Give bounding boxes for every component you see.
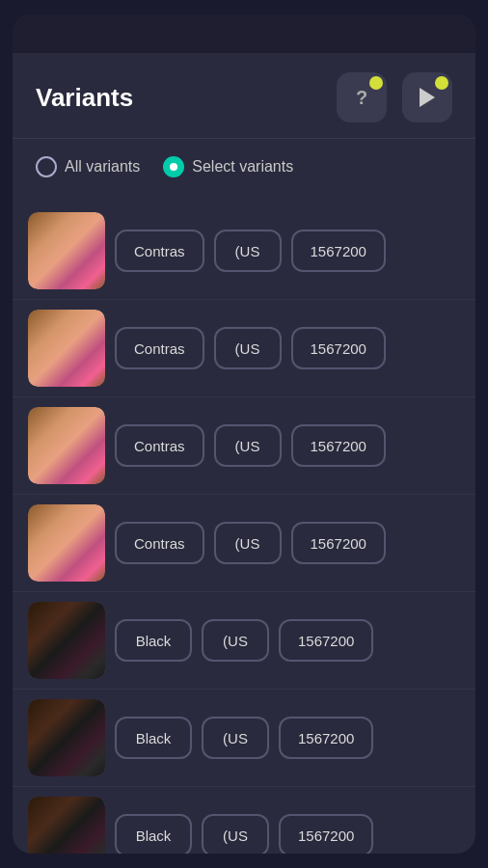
help-button[interactable]: ? <box>337 72 387 122</box>
variant-image <box>28 310 105 387</box>
radio-select-circle <box>163 156 184 177</box>
radio-all-variants[interactable]: All variants <box>36 156 140 177</box>
variant-image <box>28 407 105 484</box>
variant-image-placeholder <box>28 212 105 289</box>
variant-color-tag[interactable]: Contras <box>115 327 204 369</box>
variant-image-placeholder <box>28 504 105 582</box>
radio-section: All variants Select variants <box>13 139 475 195</box>
variant-color-tag[interactable]: Black <box>115 814 192 854</box>
header: Variants ? <box>13 53 475 139</box>
radio-select-variants[interactable]: Select variants <box>163 156 293 177</box>
app-container: Variants ? All variants Select variants … <box>13 14 475 854</box>
variant-image <box>28 504 105 582</box>
table-row: Contras(US1567200 <box>13 397 475 495</box>
variant-sku-tag[interactable]: 1567200 <box>279 619 373 662</box>
variant-color-tag[interactable]: Contras <box>115 424 204 467</box>
variant-sku-tag[interactable]: 1567200 <box>279 717 373 759</box>
play-button[interactable] <box>402 72 452 122</box>
variant-image <box>28 797 105 854</box>
variant-size-tag[interactable]: (US <box>214 522 282 564</box>
variant-image-placeholder <box>28 797 105 854</box>
table-row: Black(US1567200 <box>13 592 475 690</box>
radio-all-circle <box>36 156 57 177</box>
variant-size-tag[interactable]: (US <box>202 619 269 662</box>
radio-select-label: Select variants <box>192 158 293 176</box>
table-row: Contras(US1567200 <box>13 203 475 300</box>
variant-color-tag[interactable]: Contras <box>115 230 204 272</box>
variant-image-placeholder <box>28 699 105 776</box>
play-icon <box>420 88 435 107</box>
radio-all-label: All variants <box>65 158 140 176</box>
variant-image-placeholder <box>28 407 105 484</box>
variant-image <box>28 212 105 289</box>
variant-sku-tag[interactable]: 1567200 <box>291 522 386 564</box>
help-dot <box>369 76 383 90</box>
variant-size-tag[interactable]: (US <box>214 424 282 467</box>
question-icon: ? <box>356 87 367 109</box>
variants-list[interactable]: Contras(US1567200Contras(US1567200Contra… <box>13 195 475 854</box>
variant-size-tag[interactable]: (US <box>202 717 269 759</box>
variant-sku-tag[interactable]: 1567200 <box>291 424 386 467</box>
variant-sku-tag[interactable]: 1567200 <box>291 230 386 272</box>
top-bar <box>13 14 475 53</box>
play-dot <box>435 76 448 90</box>
page-title: Variants <box>36 83 321 113</box>
table-row: Contras(US1567200 <box>13 300 475 397</box>
variant-size-tag[interactable]: (US <box>214 327 282 369</box>
variant-image <box>28 602 105 679</box>
variant-image-placeholder <box>28 310 105 387</box>
variant-color-tag[interactable]: Black <box>115 717 192 759</box>
table-row: Contras(US1567200 <box>13 495 475 592</box>
variant-sku-tag[interactable]: 1567200 <box>291 327 386 369</box>
variant-image-placeholder <box>28 602 105 679</box>
variant-sku-tag[interactable]: 1567200 <box>279 814 373 854</box>
variant-size-tag[interactable]: (US <box>202 814 269 854</box>
table-row: Black(US1567200 <box>13 690 475 787</box>
variant-color-tag[interactable]: Black <box>115 619 192 662</box>
variant-image <box>28 699 105 776</box>
table-row: Black(US1567200 <box>13 787 475 854</box>
variant-color-tag[interactable]: Contras <box>115 522 204 564</box>
variant-size-tag[interactable]: (US <box>214 230 282 272</box>
